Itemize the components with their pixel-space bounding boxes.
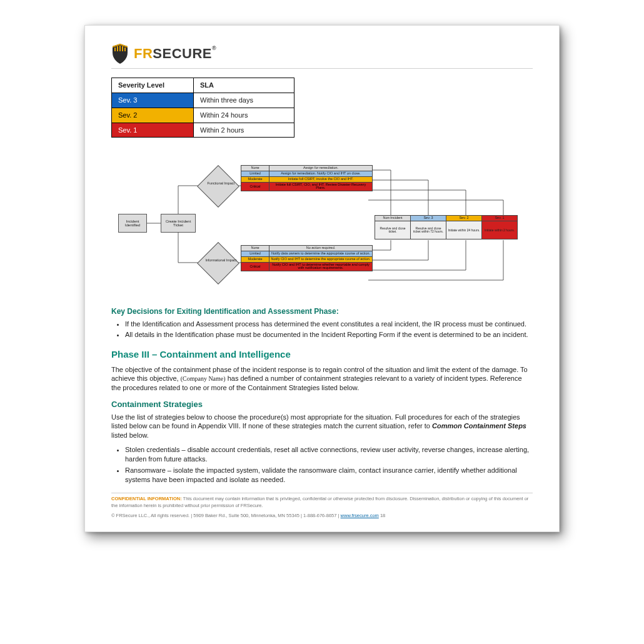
table-row: ModerateInitiate full CSIRT, involve the… [241,176,373,182]
flow-decision-informational-label: Informational Impact [202,259,239,263]
logo: FRSECURE® [111,43,533,64]
logo-secure: SECURE [153,46,212,61]
footer-confidential: CONFIDENTIAL INFORMATION: This document … [111,496,533,508]
footer-link[interactable]: www.frsecure.com [341,513,379,518]
table-row: LimitedNotify data owners to determine t… [241,251,373,257]
phase3-company-placeholder: (Company Name) [181,375,226,382]
list-item: Stolen credentials – disable account cre… [125,445,533,464]
table-row: NoneAssign for remediation. [241,166,373,171]
header-rule [111,68,533,69]
logo-text: FRSECURE® [134,44,216,63]
table-row: Sev. 3 Within three days [112,93,294,108]
sev3-label: Sev. 3 [112,93,194,108]
table-row: Resolve and close ticket. Resolve and cl… [375,221,518,239]
flow-incident-identified: Incident Identified [118,214,147,233]
svg-rect-4 [124,48,126,51]
logo-registered: ® [212,45,216,51]
sev3-sla: Within three days [194,93,294,108]
sev1-sla: Within 2 hours [194,123,294,138]
phase3-paragraph: The objective of the containment phase o… [111,365,533,393]
sev2-label: Sev. 2 [112,108,194,123]
flow-functional-matrix: NoneAssign for remediation. LimitedAssig… [241,165,373,191]
containment-heading: Containment Strategies [111,399,533,410]
confidential-label: CONFIDENTIAL INFORMATION: [111,496,182,501]
flow-create-ticket: Create Incident Ticket [161,214,196,233]
list-item: All details in the Identification phase … [125,330,533,340]
table-row: CriticalNotify CIO and IHT to determine … [241,262,373,271]
table-row: NoneNo action required. [241,246,373,251]
key-decisions-heading: Key Decisions for Exiting Identification… [111,306,533,316]
document-page: FRSECURE® Severity Level SLA Sev. 3 With… [84,25,560,532]
table-row: Severity Level SLA [112,78,294,93]
svg-rect-0 [114,48,116,51]
copyright-text: © FRSecure LLC., All rights reserved. | … [111,513,341,518]
sev1-label: Sev. 1 [112,123,194,138]
sev2-sla: Within 24 hours [194,108,294,123]
table-row: ModerateNotify CIO and IHT to determine … [241,256,373,262]
flow-decision-informational: Informational Impact [197,242,239,284]
page-number: 18 [380,513,385,518]
containment-intro: Use the list of strategies below to choo… [111,413,533,441]
flow-decision-functional-label: Functional Impact [202,182,239,186]
table-row: Sev. 1 Within 2 hours [112,123,294,138]
table-row: CriticalInitiate full CSIRT, CIO, and IH… [241,182,373,191]
logo-fr: FR [134,46,153,61]
table-row: Sev. 2 Within 24 hours [112,108,294,123]
flowchart: Incident Identified Create Incident Tick… [116,151,528,295]
sev-header-level: Severity Level [112,78,194,93]
key-decisions-list: If the Identification and Assessment pro… [125,319,533,340]
table-row: Non-Incident Sev. 3 Sev. 2 Sev. 1 [375,216,518,221]
sev-header-sla: SLA [194,78,294,93]
list-item: If the Identification and Assessment pro… [125,319,533,329]
shield-icon [111,43,129,64]
svg-rect-1 [117,46,118,51]
containment-intro-b: listed below. [111,431,149,439]
footer-copyright: © FRSecure LLC., All rights reserved. | … [111,513,533,519]
phase3-heading: Phase III – Containment and Intelligence [111,348,533,361]
containment-list: Stolen credentials – disable account cre… [125,445,533,484]
flow-decision-functional: Functional Impact [197,165,239,208]
table-row: LimitedAssign for remediation. Notify CI… [241,171,373,177]
footer-rule [111,493,533,493]
flow-informational-matrix: NoneNo action required. LimitedNotify da… [241,245,373,271]
list-item: Ransomware – isolate the impacted system… [125,466,533,485]
flow-severity-strip: Non-Incident Sev. 3 Sev. 2 Sev. 1 Resolv… [375,215,518,239]
svg-rect-2 [119,46,121,51]
svg-rect-3 [122,46,123,51]
containment-intro-bold: Common Containment Steps [432,422,526,430]
page-footer: CONFIDENTIAL INFORMATION: This document … [111,493,533,518]
severity-table: Severity Level SLA Sev. 3 Within three d… [111,78,294,138]
